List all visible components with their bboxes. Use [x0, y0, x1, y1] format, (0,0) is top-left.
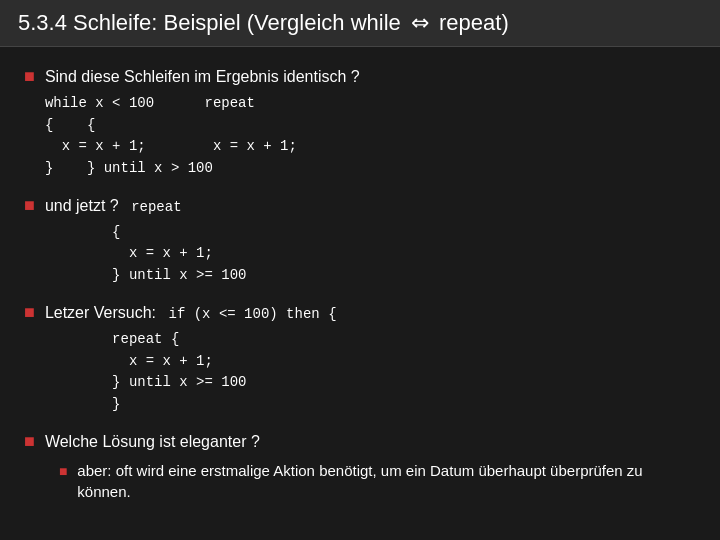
item3-content: Letzer Versuch: if (x <= 100) then { rep… [45, 301, 337, 416]
main-content: ■ Sind diese Schleifen im Ergebnis ident… [0, 47, 720, 535]
bullet-icon: ■ [24, 302, 35, 323]
item3-title: Letzer Versuch: [45, 304, 156, 321]
item2-content: und jetzt ? repeat { x = x + 1; } until … [45, 194, 247, 287]
item1-content: Sind diese Schleifen im Ergebnis identis… [45, 65, 360, 180]
header-title-text: 5.3.4 Schleife: Beispiel (Vergleich whil… [18, 10, 401, 35]
item3-code-inline: if (x <= 100) then { [169, 306, 337, 322]
item4-title: Welche Lösung ist eleganter ? [45, 433, 260, 450]
list-item: ■ Letzer Versuch: if (x <= 100) then { r… [24, 301, 696, 416]
bullet-icon: ■ [24, 431, 35, 452]
sub-bullet-icon: ■ [59, 461, 67, 482]
sub-item: ■ aber: oft wird eine erstmalige Aktion … [59, 460, 696, 504]
item3-code: repeat { x = x + 1; } until x >= 100 } [45, 329, 337, 416]
header: 5.3.4 Schleife: Beispiel (Vergleich whil… [0, 0, 720, 47]
item2-code-inline: repeat [131, 199, 181, 215]
bullet-icon: ■ [24, 66, 35, 87]
header-title: 5.3.4 Schleife: Beispiel (Vergleich whil… [18, 10, 509, 35]
bullet-icon: ■ [24, 195, 35, 216]
item2-title: und jetzt ? [45, 197, 119, 214]
item4-content: Welche Lösung ist eleganter ? ■ aber: of… [45, 430, 696, 504]
item2-code: { x = x + 1; } until x >= 100 [45, 222, 247, 287]
sub-item-text: aber: oft wird eine erstmalige Aktion be… [77, 460, 696, 504]
list-item: ■ Sind diese Schleifen im Ergebnis ident… [24, 65, 696, 180]
arrow-icon: ⇔ [411, 10, 429, 35]
item1-code: while x < 100 repeat { { x = x + 1; x = … [45, 93, 360, 180]
header-title-end: repeat) [439, 10, 509, 35]
list-item: ■ Welche Lösung ist eleganter ? ■ aber: … [24, 430, 696, 504]
list-item: ■ und jetzt ? repeat { x = x + 1; } unti… [24, 194, 696, 287]
item1-title: Sind diese Schleifen im Ergebnis identis… [45, 68, 360, 85]
